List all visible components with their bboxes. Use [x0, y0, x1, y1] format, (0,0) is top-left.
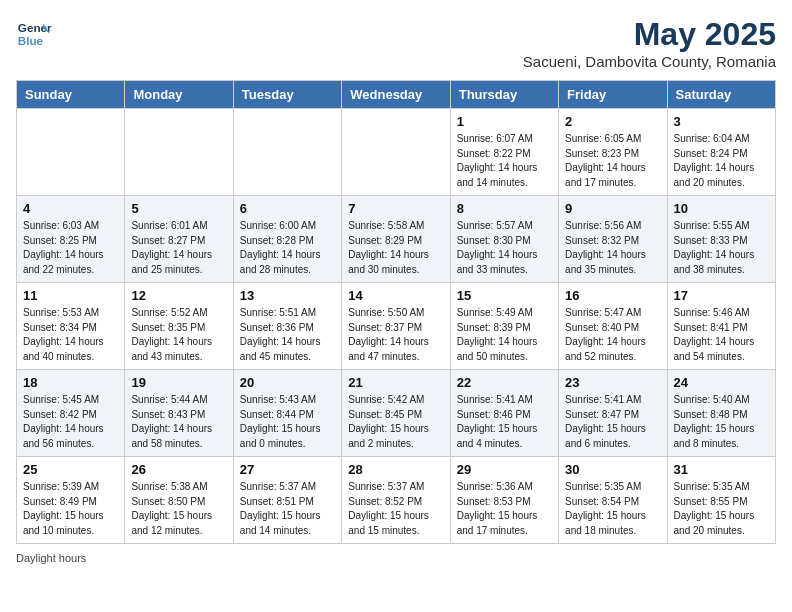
day-number: 20	[240, 375, 335, 390]
calendar-table: SundayMondayTuesdayWednesdayThursdayFrid…	[16, 80, 776, 544]
calendar-cell	[233, 109, 341, 196]
day-info: Sunrise: 5:35 AM Sunset: 8:55 PM Dayligh…	[674, 480, 769, 538]
calendar-cell: 30Sunrise: 5:35 AM Sunset: 8:54 PM Dayli…	[559, 457, 667, 544]
calendar-cell: 6Sunrise: 6:00 AM Sunset: 8:28 PM Daylig…	[233, 196, 341, 283]
day-number: 15	[457, 288, 552, 303]
day-number: 23	[565, 375, 660, 390]
calendar-cell: 2Sunrise: 6:05 AM Sunset: 8:23 PM Daylig…	[559, 109, 667, 196]
weekday-header: Sunday	[17, 81, 125, 109]
day-info: Sunrise: 5:44 AM Sunset: 8:43 PM Dayligh…	[131, 393, 226, 451]
calendar-cell: 9Sunrise: 5:56 AM Sunset: 8:32 PM Daylig…	[559, 196, 667, 283]
calendar-cell: 8Sunrise: 5:57 AM Sunset: 8:30 PM Daylig…	[450, 196, 558, 283]
day-info: Sunrise: 5:41 AM Sunset: 8:46 PM Dayligh…	[457, 393, 552, 451]
calendar-cell: 4Sunrise: 6:03 AM Sunset: 8:25 PM Daylig…	[17, 196, 125, 283]
day-info: Sunrise: 6:00 AM Sunset: 8:28 PM Dayligh…	[240, 219, 335, 277]
day-number: 7	[348, 201, 443, 216]
day-number: 10	[674, 201, 769, 216]
day-info: Sunrise: 6:05 AM Sunset: 8:23 PM Dayligh…	[565, 132, 660, 190]
day-number: 31	[674, 462, 769, 477]
calendar-cell: 17Sunrise: 5:46 AM Sunset: 8:41 PM Dayli…	[667, 283, 775, 370]
day-number: 30	[565, 462, 660, 477]
calendar-cell: 16Sunrise: 5:47 AM Sunset: 8:40 PM Dayli…	[559, 283, 667, 370]
day-info: Sunrise: 6:04 AM Sunset: 8:24 PM Dayligh…	[674, 132, 769, 190]
month-year-title: May 2025	[523, 16, 776, 53]
day-info: Sunrise: 5:42 AM Sunset: 8:45 PM Dayligh…	[348, 393, 443, 451]
day-info: Sunrise: 5:37 AM Sunset: 8:51 PM Dayligh…	[240, 480, 335, 538]
day-number: 26	[131, 462, 226, 477]
calendar-cell: 20Sunrise: 5:43 AM Sunset: 8:44 PM Dayli…	[233, 370, 341, 457]
day-number: 3	[674, 114, 769, 129]
day-number: 5	[131, 201, 226, 216]
calendar-cell: 5Sunrise: 6:01 AM Sunset: 8:27 PM Daylig…	[125, 196, 233, 283]
day-number: 8	[457, 201, 552, 216]
day-info: Sunrise: 5:41 AM Sunset: 8:47 PM Dayligh…	[565, 393, 660, 451]
calendar-cell: 12Sunrise: 5:52 AM Sunset: 8:35 PM Dayli…	[125, 283, 233, 370]
day-number: 29	[457, 462, 552, 477]
svg-text:Blue: Blue	[18, 34, 44, 47]
day-info: Sunrise: 5:37 AM Sunset: 8:52 PM Dayligh…	[348, 480, 443, 538]
calendar-cell: 3Sunrise: 6:04 AM Sunset: 8:24 PM Daylig…	[667, 109, 775, 196]
day-info: Sunrise: 5:50 AM Sunset: 8:37 PM Dayligh…	[348, 306, 443, 364]
calendar-cell: 22Sunrise: 5:41 AM Sunset: 8:46 PM Dayli…	[450, 370, 558, 457]
weekday-header: Friday	[559, 81, 667, 109]
day-number: 21	[348, 375, 443, 390]
calendar-cell: 10Sunrise: 5:55 AM Sunset: 8:33 PM Dayli…	[667, 196, 775, 283]
day-info: Sunrise: 5:57 AM Sunset: 8:30 PM Dayligh…	[457, 219, 552, 277]
calendar-cell: 24Sunrise: 5:40 AM Sunset: 8:48 PM Dayli…	[667, 370, 775, 457]
day-number: 9	[565, 201, 660, 216]
logo: General Blue	[16, 16, 52, 52]
footer: Daylight hours	[16, 552, 776, 564]
day-number: 4	[23, 201, 118, 216]
day-info: Sunrise: 5:51 AM Sunset: 8:36 PM Dayligh…	[240, 306, 335, 364]
calendar-cell: 25Sunrise: 5:39 AM Sunset: 8:49 PM Dayli…	[17, 457, 125, 544]
calendar-cell: 31Sunrise: 5:35 AM Sunset: 8:55 PM Dayli…	[667, 457, 775, 544]
weekday-header: Thursday	[450, 81, 558, 109]
day-number: 6	[240, 201, 335, 216]
day-info: Sunrise: 5:49 AM Sunset: 8:39 PM Dayligh…	[457, 306, 552, 364]
day-number: 11	[23, 288, 118, 303]
day-info: Sunrise: 5:39 AM Sunset: 8:49 PM Dayligh…	[23, 480, 118, 538]
day-info: Sunrise: 5:55 AM Sunset: 8:33 PM Dayligh…	[674, 219, 769, 277]
calendar-cell: 19Sunrise: 5:44 AM Sunset: 8:43 PM Dayli…	[125, 370, 233, 457]
day-number: 22	[457, 375, 552, 390]
day-info: Sunrise: 6:03 AM Sunset: 8:25 PM Dayligh…	[23, 219, 118, 277]
weekday-header: Wednesday	[342, 81, 450, 109]
title-area: May 2025 Sacueni, Dambovita County, Roma…	[523, 16, 776, 70]
calendar-cell: 18Sunrise: 5:45 AM Sunset: 8:42 PM Dayli…	[17, 370, 125, 457]
day-info: Sunrise: 5:58 AM Sunset: 8:29 PM Dayligh…	[348, 219, 443, 277]
day-info: Sunrise: 5:38 AM Sunset: 8:50 PM Dayligh…	[131, 480, 226, 538]
day-info: Sunrise: 5:35 AM Sunset: 8:54 PM Dayligh…	[565, 480, 660, 538]
day-info: Sunrise: 6:01 AM Sunset: 8:27 PM Dayligh…	[131, 219, 226, 277]
weekday-header: Tuesday	[233, 81, 341, 109]
header: General Blue May 2025 Sacueni, Dambovita…	[16, 16, 776, 70]
calendar-cell	[17, 109, 125, 196]
day-number: 25	[23, 462, 118, 477]
calendar-week-row: 11Sunrise: 5:53 AM Sunset: 8:34 PM Dayli…	[17, 283, 776, 370]
day-number: 1	[457, 114, 552, 129]
calendar-cell: 21Sunrise: 5:42 AM Sunset: 8:45 PM Dayli…	[342, 370, 450, 457]
day-info: Sunrise: 5:56 AM Sunset: 8:32 PM Dayligh…	[565, 219, 660, 277]
calendar-cell: 13Sunrise: 5:51 AM Sunset: 8:36 PM Dayli…	[233, 283, 341, 370]
calendar-cell: 14Sunrise: 5:50 AM Sunset: 8:37 PM Dayli…	[342, 283, 450, 370]
day-number: 16	[565, 288, 660, 303]
day-number: 19	[131, 375, 226, 390]
calendar-cell: 27Sunrise: 5:37 AM Sunset: 8:51 PM Dayli…	[233, 457, 341, 544]
calendar-cell: 11Sunrise: 5:53 AM Sunset: 8:34 PM Dayli…	[17, 283, 125, 370]
day-number: 13	[240, 288, 335, 303]
logo-icon: General Blue	[16, 16, 52, 52]
calendar-week-row: 25Sunrise: 5:39 AM Sunset: 8:49 PM Dayli…	[17, 457, 776, 544]
day-info: Sunrise: 5:45 AM Sunset: 8:42 PM Dayligh…	[23, 393, 118, 451]
calendar-cell: 23Sunrise: 5:41 AM Sunset: 8:47 PM Dayli…	[559, 370, 667, 457]
weekday-header: Saturday	[667, 81, 775, 109]
day-info: Sunrise: 6:07 AM Sunset: 8:22 PM Dayligh…	[457, 132, 552, 190]
calendar-cell: 29Sunrise: 5:36 AM Sunset: 8:53 PM Dayli…	[450, 457, 558, 544]
day-info: Sunrise: 5:53 AM Sunset: 8:34 PM Dayligh…	[23, 306, 118, 364]
day-number: 2	[565, 114, 660, 129]
day-number: 12	[131, 288, 226, 303]
weekday-header: Monday	[125, 81, 233, 109]
weekday-header-row: SundayMondayTuesdayWednesdayThursdayFrid…	[17, 81, 776, 109]
calendar-week-row: 1Sunrise: 6:07 AM Sunset: 8:22 PM Daylig…	[17, 109, 776, 196]
day-info: Sunrise: 5:36 AM Sunset: 8:53 PM Dayligh…	[457, 480, 552, 538]
day-info: Sunrise: 5:52 AM Sunset: 8:35 PM Dayligh…	[131, 306, 226, 364]
calendar-week-row: 4Sunrise: 6:03 AM Sunset: 8:25 PM Daylig…	[17, 196, 776, 283]
